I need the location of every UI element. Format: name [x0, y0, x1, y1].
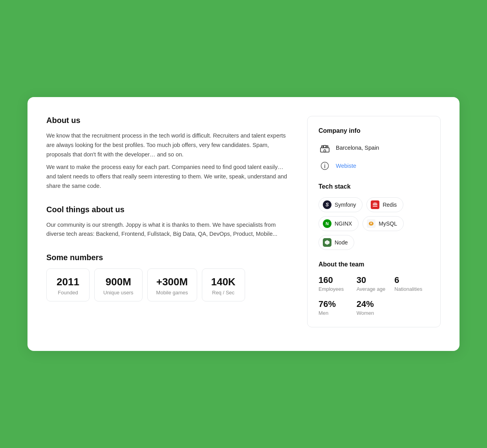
team-stat-value: 160 — [319, 275, 333, 285]
main-card: About us We know that the recruitment pr… — [27, 97, 460, 351]
team-stat: 6 Nationalities — [394, 275, 429, 292]
svg-rect-16 — [373, 202, 377, 204]
cool-text: Our community is our strength. Joppy is … — [46, 220, 291, 239]
about-text-1: We know that the recruitment process in … — [46, 131, 291, 160]
tech-chip: Node — [319, 235, 354, 250]
tech-chip-label: Symfony — [335, 202, 356, 208]
tech-chip-label: MySQL — [379, 220, 397, 227]
tech-chip-label: NGINX — [335, 220, 352, 227]
svg-rect-3 — [324, 145, 326, 148]
numbers-section: Some numbers 2011 Founded 900M Unique us… — [46, 253, 291, 301]
main-content: About us We know that the recruitment pr… — [46, 116, 291, 327]
team-stat-label: Nationalities — [394, 286, 422, 292]
number-label: Req / Sec — [212, 290, 234, 296]
tech-chip-icon — [367, 219, 375, 228]
team-stat: 24% Women — [357, 299, 392, 316]
numbers-title: Some numbers — [46, 253, 291, 262]
team-stat-value: 30 — [357, 275, 366, 285]
number-card: +300M Mobile games — [147, 268, 197, 301]
about-title: About us — [46, 116, 291, 125]
tech-chip-icon: S — [323, 200, 331, 209]
numbers-grid: 2011 Founded 900M Unique users +300M Mob… — [46, 268, 291, 301]
team-stat: 76% Men — [319, 299, 353, 316]
number-card: 140K Req / Sec — [202, 268, 245, 301]
location-text: Barcelona, Spain — [336, 145, 379, 151]
about-text-2: We want to make the process easy for eac… — [46, 163, 291, 191]
tech-stack-section: Tech stack S Symfony Redis N NGINX — [319, 183, 429, 250]
tech-chip-label: Node — [335, 239, 348, 246]
svg-rect-15 — [373, 206, 377, 207]
tech-stack-title: Tech stack — [319, 183, 429, 190]
cool-section: Cool things about us Our community is ou… — [46, 205, 291, 239]
svg-marker-17 — [325, 240, 330, 245]
sidebar-inner: Company info — [307, 116, 441, 327]
website-link[interactable]: Webiste — [336, 163, 356, 169]
number-label: Unique users — [103, 290, 134, 296]
city-icon — [319, 141, 331, 154]
company-info-title: Company info — [319, 127, 429, 134]
tech-chip: S Symfony — [319, 197, 363, 212]
tech-chip-label: Redis — [383, 202, 397, 208]
svg-point-13 — [324, 164, 325, 165]
svg-rect-10 — [324, 150, 326, 152]
team-stat-label: Women — [357, 310, 374, 316]
tech-chip-icon — [371, 200, 379, 209]
number-value: 140K — [211, 276, 235, 288]
team-stat-value: 24% — [357, 299, 374, 309]
about-team-title: About the team — [319, 261, 429, 268]
info-icon — [319, 160, 331, 172]
number-card: 2011 Founded — [46, 268, 90, 301]
tech-chip: Redis — [366, 197, 403, 212]
team-stat-label: Men — [319, 310, 328, 316]
number-label: Mobile games — [156, 290, 188, 296]
team-stats-grid: 160 Employees 30 Average age 6 Nationali… — [319, 275, 429, 316]
sidebar: Company info — [307, 116, 441, 327]
tech-chips: S Symfony Redis N NGINX MySQL — [319, 197, 429, 250]
tech-chip: MySQL — [363, 216, 404, 231]
number-label: Founded — [58, 290, 78, 296]
team-stat-label: Employees — [319, 286, 344, 292]
team-stat: 30 Average age — [357, 275, 392, 292]
number-value: 900M — [106, 276, 131, 288]
number-card: 900M Unique users — [94, 268, 143, 301]
about-team-section: About the team 160 Employees 30 Average … — [319, 261, 429, 316]
number-value: 2011 — [57, 276, 79, 288]
number-value: +300M — [156, 276, 188, 288]
team-stat-value: 76% — [319, 299, 336, 309]
tech-chip-icon — [323, 238, 331, 247]
company-info-section: Company info — [319, 127, 429, 172]
cool-title: Cool things about us — [46, 205, 291, 214]
tech-chip: N NGINX — [319, 216, 359, 231]
tech-chip-icon: N — [323, 219, 331, 228]
location-row: Barcelona, Spain — [319, 141, 429, 154]
team-stat: 160 Employees — [319, 275, 353, 292]
svg-rect-14 — [373, 204, 377, 205]
website-row: Webiste — [319, 160, 429, 172]
page-wrapper: About us We know that the recruitment pr… — [0, 0, 487, 448]
team-stat-label: Average age — [357, 286, 386, 292]
team-stat-value: 6 — [394, 275, 399, 285]
